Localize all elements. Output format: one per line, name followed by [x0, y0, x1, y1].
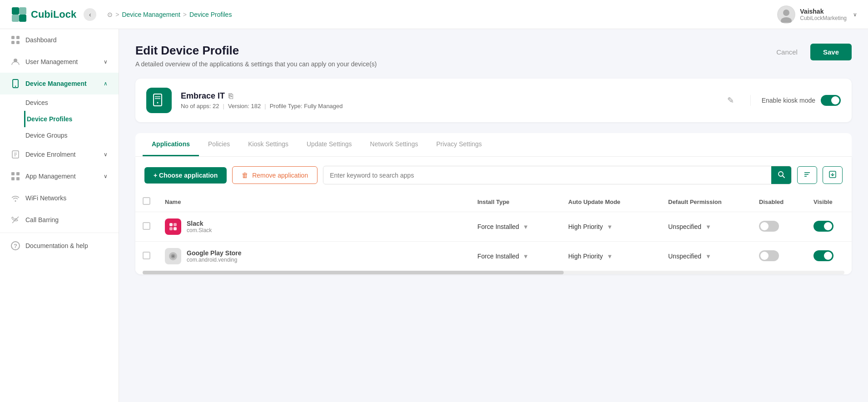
svg-rect-10 [16, 41, 20, 44]
sidebar-item-device-groups[interactable]: Device Groups [25, 127, 119, 144]
choose-application-button[interactable]: + Choose application [144, 167, 227, 184]
th-auto-update: Auto Update Mode [561, 192, 661, 212]
sidebar-item-user-management[interactable]: User Management ∨ [0, 51, 119, 73]
sidebar-item-documentation[interactable]: ? Documentation & help [0, 235, 119, 257]
device-management-icon [11, 79, 20, 88]
row-name-gps: Google Play Store com.android.vending [158, 242, 470, 271]
slack-visible-toggle[interactable] [813, 221, 833, 232]
profile-version: Version: 182 [228, 103, 261, 109]
search-button[interactable] [771, 166, 791, 184]
main-content: Edit Device Profile A detailed overview … [119, 29, 868, 402]
kiosk-toggle[interactable] [821, 95, 841, 106]
tab-policies[interactable]: Policies [199, 133, 239, 156]
slack-disabled-toggle[interactable] [759, 221, 779, 232]
svg-rect-37 [174, 227, 177, 230]
breadcrumb-device-management[interactable]: Device Management [122, 11, 180, 18]
sort-button[interactable] [797, 166, 817, 184]
copy-icon[interactable]: ⎘ [228, 92, 233, 100]
sidebar-item-device-management[interactable]: Device Management ∧ [0, 73, 119, 94]
sidebar-collapse-button[interactable]: ‹ [84, 8, 96, 21]
row-checkbox-gps [135, 242, 158, 271]
header-actions: Cancel Save [769, 44, 852, 60]
gps-visible [806, 242, 852, 271]
sidebar-item-device-management-label: Device Management [25, 80, 87, 87]
profile-apps-count: No of apps: 22 [181, 103, 219, 109]
device-management-expand-icon: ∧ [104, 80, 108, 87]
th-permission: Default Permission [661, 192, 752, 212]
slack-install-dropdown-icon: ▼ [523, 223, 529, 230]
sidebar-item-dashboard[interactable]: Dashboard [0, 29, 119, 51]
app-management-expand-icon: ∨ [104, 173, 108, 179]
sidebar-item-call-barring[interactable]: Call Barring [0, 209, 119, 231]
breadcrumb: ⊙ > Device Management > Device Profiles [107, 11, 232, 18]
profile-name: Embrace IT ⎘ [181, 91, 718, 101]
slack-auto-update-select[interactable]: High Priority Default Postponed [568, 223, 610, 230]
tabs-bar: Applications Policies Kiosk Settings Upd… [135, 133, 852, 157]
gps-auto-update: High Priority Default Postponed ▼ [561, 242, 661, 271]
table-row: Google Play Store com.android.vending Fo… [135, 242, 852, 271]
scroll-thumb[interactable] [143, 271, 564, 274]
svg-rect-23 [154, 94, 162, 106]
device-enrolment-expand-icon: ∨ [104, 151, 108, 158]
svg-rect-35 [174, 223, 177, 226]
slack-update-dropdown-icon: ▼ [607, 223, 613, 230]
slack-install-type: Force Installed Available Blocked ▼ [470, 212, 561, 242]
device-management-submenu: Devices Device Profiles Device Groups [0, 94, 119, 144]
remove-application-button[interactable]: 🗑 Remove application [232, 166, 317, 184]
gps-logo [165, 248, 181, 264]
slack-disabled [752, 212, 806, 242]
tab-applications[interactable]: Applications [143, 133, 199, 156]
slack-permission-select[interactable]: Unspecified Grant Deny [668, 223, 709, 230]
slack-install-type-select[interactable]: Force Installed Available Blocked [477, 223, 526, 230]
gps-install-type-select[interactable]: Force Installed Available Blocked [477, 253, 526, 260]
sidebar-item-device-profiles[interactable]: Device Profiles [24, 111, 119, 127]
profile-icon [146, 88, 172, 113]
svg-rect-20 [11, 177, 15, 180]
gps-permission-select[interactable]: Unspecified Grant Deny [668, 253, 709, 260]
sidebar-divider [0, 233, 119, 233]
tab-kiosk-settings[interactable]: Kiosk Settings [239, 133, 298, 156]
page-header: Edit Device Profile A detailed overview … [135, 44, 852, 68]
slack-permission-dropdown-icon: ▼ [705, 223, 711, 230]
gps-visible-toggle[interactable] [813, 250, 833, 261]
export-button[interactable] [823, 166, 843, 184]
profile-type: Profile Type: Fully Managed [270, 103, 343, 109]
gps-permission: Unspecified Grant Deny ▼ [661, 242, 752, 271]
page-subtitle: A detailed overview of the applications … [135, 60, 377, 68]
gps-update-dropdown-icon: ▼ [607, 253, 613, 260]
cancel-button[interactable]: Cancel [769, 45, 805, 60]
sidebar-item-device-enrolment[interactable]: Device Enrolment ∨ [0, 144, 119, 165]
gps-disabled [752, 242, 806, 271]
user-org: CubiLockMarketing [800, 15, 847, 21]
sidebar-item-app-management[interactable]: App Management ∨ [0, 165, 119, 187]
sidebar-item-wifi-networks[interactable]: WiFi Networks [0, 187, 119, 209]
svg-rect-34 [169, 223, 173, 226]
edit-profile-icon[interactable]: ✎ [727, 95, 734, 105]
profile-info: Embrace IT ⎘ No of apps: 22 | Version: 1… [181, 91, 718, 109]
page-title: Edit Device Profile [135, 44, 377, 58]
tab-update-settings[interactable]: Update Settings [298, 133, 361, 156]
user-menu[interactable]: Vaishak CubiLockMarketing ∨ [777, 5, 857, 24]
svg-rect-19 [16, 172, 20, 175]
tab-network-settings[interactable]: Network Settings [361, 133, 427, 156]
wifi-icon [11, 194, 20, 203]
logo-text: CubiLock [31, 9, 76, 20]
export-icon [828, 170, 837, 180]
select-all-checkbox[interactable] [143, 197, 150, 205]
gps-disabled-toggle[interactable] [759, 250, 779, 261]
slack-checkbox[interactable] [143, 222, 150, 230]
user-management-icon [11, 57, 20, 66]
gps-permission-dropdown-icon: ▼ [705, 253, 711, 260]
sort-icon [803, 170, 811, 180]
gps-checkbox[interactable] [143, 252, 150, 259]
sidebar-item-devices[interactable]: Devices [25, 94, 119, 111]
save-button[interactable]: Save [810, 44, 852, 60]
gps-auto-update-select[interactable]: High Priority Default Postponed [568, 253, 610, 260]
help-icon: ? [11, 241, 20, 250]
search-input[interactable] [323, 167, 771, 184]
th-install-type: Install Type [470, 192, 561, 212]
top-bar: CubiLock ‹ ⊙ > Device Management > Devic… [0, 0, 868, 29]
sidebar-item-user-management-label: User Management [25, 58, 78, 65]
user-info: Vaishak CubiLockMarketing [800, 8, 847, 21]
tab-privacy-settings[interactable]: Privacy Settings [427, 133, 491, 156]
